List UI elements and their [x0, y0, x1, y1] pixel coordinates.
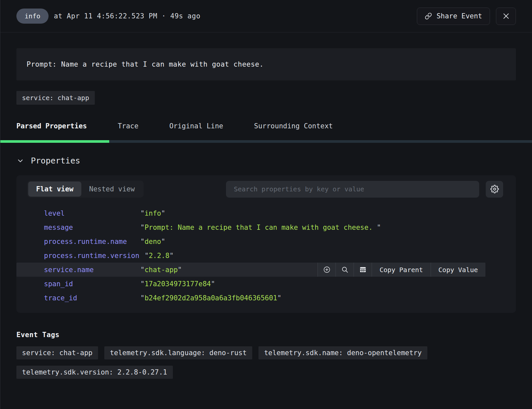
property-row[interactable]: level"info" [16, 206, 516, 220]
gear-icon [490, 185, 499, 193]
event-tags-title: Event Tags [16, 331, 516, 339]
nested-view-button[interactable]: Nested view [81, 182, 143, 197]
drawer-header: info at Apr 11 4:56:22.523 PM · 49s ago … [0, 0, 532, 32]
detail-tabs: Parsed Properties Trace Original Line Su… [0, 112, 532, 143]
event-tag[interactable]: telemetry.sdk.name: deno-opentelemetry [258, 346, 427, 359]
active-tab-indicator [0, 140, 109, 143]
properties-section-title: Properties [31, 156, 80, 165]
tab-original-line[interactable]: Original Line [169, 122, 223, 130]
properties-panel: Flat view Nested view level"info"message… [16, 175, 516, 313]
property-value: "b24ef2902d2a958a0a6a3fb046365601" [140, 294, 281, 302]
plus-circle-icon [323, 266, 331, 273]
event-tag[interactable]: telemetry.sdk.version: 2.2.8-0.27.1 [16, 366, 173, 379]
event-tags-list: service: chat-app telemetry.sdk.language… [16, 346, 516, 379]
properties-section-header[interactable]: Properties [16, 156, 516, 165]
property-value: "2.2.8" [145, 252, 174, 260]
view-toggle: Flat view Nested view [27, 181, 144, 198]
property-row[interactable]: service.name"chat-app"Copy ParentCopy Va… [16, 263, 485, 277]
property-row[interactable]: span_id"17a2034973177e84" [16, 277, 516, 291]
property-value: "17a2034973177e84" [140, 280, 215, 288]
share-event-button[interactable]: Share Event [417, 8, 490, 25]
copy-value-button[interactable]: Copy Value [431, 263, 485, 277]
property-row[interactable]: process.runtime.name"deno" [16, 234, 516, 248]
property-value: "info" [140, 209, 165, 217]
property-key: process.runtime.name [44, 238, 140, 246]
event-tag[interactable]: telemetry.sdk.language: deno-rust [104, 346, 252, 359]
tab-trace[interactable]: Trace [118, 122, 138, 130]
chevron-down-icon [16, 157, 24, 165]
property-value: "deno" [140, 238, 165, 246]
table-action-button[interactable] [354, 263, 372, 277]
tab-underline-track [0, 140, 532, 143]
flat-view-button[interactable]: Flat view [28, 182, 81, 197]
copy-parent-button[interactable]: Copy Parent [372, 263, 430, 277]
tab-parsed-properties[interactable]: Parsed Properties [16, 122, 87, 130]
property-row[interactable]: message"Prompt: Name a recipe that I can… [16, 220, 516, 234]
property-key: span_id [44, 280, 140, 288]
property-key: message [44, 224, 140, 231]
service-chip[interactable]: service: chat-app [16, 91, 95, 105]
share-event-label: Share Event [437, 12, 482, 20]
properties-toolbar: Flat view Nested view [16, 181, 516, 198]
header-actions: Share Event [417, 8, 516, 25]
close-icon [502, 12, 510, 20]
plus-circle-action-button[interactable] [317, 263, 336, 277]
properties-table: level"info"message"Prompt: Name a recipe… [16, 206, 516, 305]
property-value: "chat-app" [140, 266, 182, 274]
property-key: level [44, 209, 140, 217]
property-key: service.name [44, 266, 140, 274]
row-actions: Copy ParentCopy Value [317, 263, 485, 277]
level-badge: info [16, 9, 49, 24]
event-timestamp: at Apr 11 4:56:22.523 PM · 49s ago [54, 12, 200, 20]
event-detail-drawer: { "header": { "level_badge": "info", "ti… [0, 0, 532, 409]
close-button[interactable] [496, 8, 516, 25]
property-key: process.runtime.version [44, 252, 145, 260]
search-properties-input[interactable] [226, 181, 479, 198]
search-icon [341, 266, 349, 273]
settings-button[interactable] [486, 181, 503, 198]
property-key: trace_id [44, 294, 140, 302]
event-message-preview: Prompt: Name a recipe that I can make wi… [16, 48, 516, 80]
property-value: "Prompt: Name a recipe that I can make w… [140, 224, 381, 231]
event-tag[interactable]: service: chat-app [16, 346, 98, 359]
table-icon [359, 266, 367, 273]
property-row[interactable]: process.runtime.version"2.2.8" [16, 248, 516, 263]
link-icon [425, 12, 432, 20]
tab-surrounding-context[interactable]: Surrounding Context [254, 122, 333, 130]
property-row[interactable]: trace_id"b24ef2902d2a958a0a6a3fb04636560… [16, 291, 516, 305]
search-action-button[interactable] [336, 263, 354, 277]
